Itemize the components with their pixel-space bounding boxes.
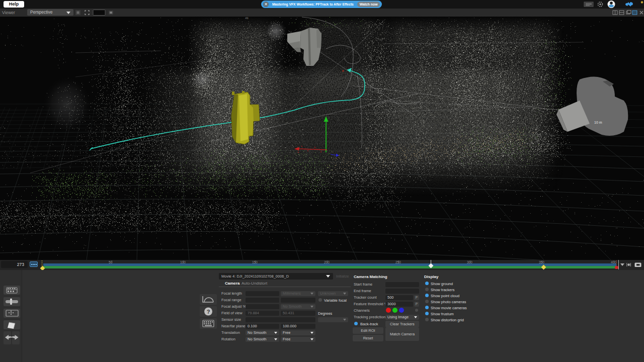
svg-text:49: 49 [245,17,249,20]
svg-text:?: ? [207,309,210,315]
svg-text:10 m: 10 m [594,121,602,124]
